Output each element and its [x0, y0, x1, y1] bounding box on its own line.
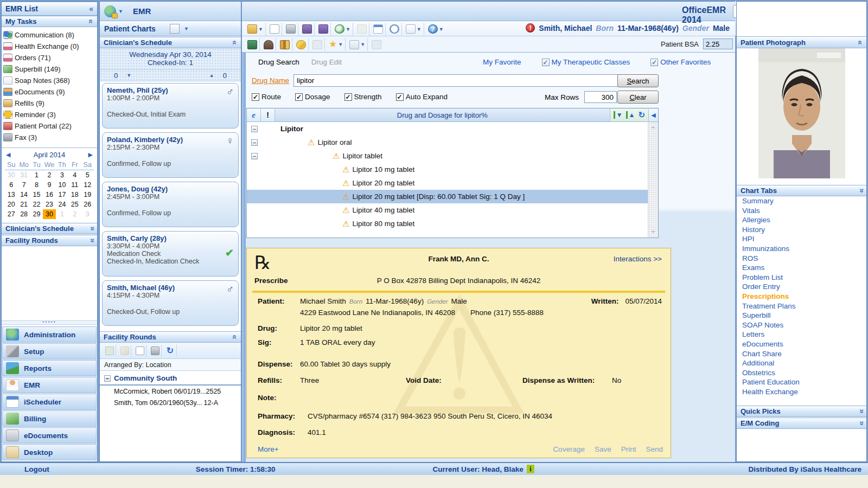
task-soap-notes[interactable]: Soap Notes (368) — [3, 75, 96, 86]
patient-alert-icon[interactable]: ! — [526, 23, 535, 33]
calendar-day[interactable]: 3 — [81, 209, 94, 219]
calendar-next-icon[interactable]: ▶ — [88, 151, 93, 158]
module-dropdown-icon[interactable]: ▼ — [118, 9, 123, 14]
edit-document-button[interactable] — [118, 345, 131, 357]
calendar-day[interactable]: 6 — [5, 180, 17, 190]
patient-bsa-input[interactable] — [703, 38, 733, 49]
nav-emr[interactable]: EMR — [2, 377, 97, 393]
collapse-box-icon[interactable] — [104, 375, 111, 382]
collapse-up-icon[interactable] — [858, 38, 863, 47]
clinicians-schedule-section-header[interactable]: Clinician's Schedule — [2, 223, 97, 234]
search-button[interactable]: Search — [617, 74, 659, 87]
dosage-checkbox[interactable] — [295, 93, 303, 101]
task-fax[interactable]: Fax (3) — [3, 132, 96, 143]
route-option[interactable]: Route — [252, 93, 281, 101]
nav-administration[interactable]: Administration — [2, 326, 97, 343]
drug-name-input[interactable] — [293, 74, 619, 87]
calendar-day[interactable]: 27 — [5, 209, 17, 219]
calendar-day[interactable]: 19 — [81, 190, 94, 200]
sort-ascending-icon[interactable]: ▲ — [626, 111, 635, 119]
task-orders[interactable]: Orders (71) — [3, 52, 96, 63]
calendar-day[interactable]: 12 — [81, 180, 94, 190]
calendar-day[interactable]: 21 — [17, 200, 30, 209]
max-rows-input[interactable] — [584, 91, 617, 103]
new-document-button[interactable] — [267, 23, 282, 36]
chart-view-dropdown-icon[interactable]: ▼ — [184, 26, 189, 31]
alert-toggle-button[interactable]: ! — [261, 109, 275, 121]
collapse-up-icon[interactable] — [233, 38, 237, 47]
chart-tab-superbill[interactable]: Superbill — [737, 311, 866, 320]
print-link[interactable]: Print — [621, 445, 636, 453]
calendar-prev-icon[interactable]: ◀ — [6, 151, 10, 158]
counter-left-dropdown-icon[interactable]: ▼ — [126, 73, 131, 78]
chart-tab-treatment-plans[interactable]: Treatment Plans — [737, 301, 866, 311]
send-link[interactable]: Send — [646, 445, 663, 453]
contact-card-button[interactable]: ▼ — [404, 23, 424, 36]
my-favorite-link[interactable]: My Favorite — [483, 58, 521, 66]
calendar-day[interactable]: 10 — [56, 180, 68, 190]
save-all-button[interactable] — [316, 23, 331, 36]
collapse-box-icon[interactable] — [251, 139, 258, 146]
interactions-link[interactable]: Interactions >> — [614, 255, 662, 263]
coverage-link[interactable]: Coverage — [553, 445, 585, 453]
clinicians-schedule-header[interactable]: Clinician's Schedule — [100, 37, 241, 48]
nav-ischeduler[interactable]: iScheduler — [2, 394, 97, 410]
calendar-day[interactable]: 8 — [30, 180, 43, 190]
calendar-day[interactable]: 29 — [30, 209, 43, 219]
sidebar-splitter[interactable]: ••••• — [2, 320, 97, 325]
favorites-button[interactable]: ★▼ — [327, 38, 346, 51]
task-reminder[interactable]: Reminder (3) — [3, 109, 96, 120]
export-button[interactable] — [355, 23, 369, 36]
calendar-day[interactable]: 23 — [43, 200, 55, 209]
calendar-day[interactable]: 24 — [56, 200, 68, 209]
calendar-day[interactable]: 3 — [56, 170, 68, 181]
calendar-day[interactable]: 1 — [30, 170, 43, 181]
collapse-down-icon[interactable] — [858, 419, 863, 428]
chart-tab-prescriptions-active[interactable]: Prescriptions — [737, 292, 866, 301]
chart-tab-problem-list[interactable]: Problem List — [737, 273, 866, 282]
tree-row[interactable]: ⚠Lipitor 10 mg tablet — [247, 163, 658, 176]
chart-tab-obstetrics[interactable]: Obstetrics — [737, 368, 866, 378]
chart-tab-immunizations[interactable]: Immunizations — [737, 244, 866, 254]
clock-button[interactable] — [387, 23, 402, 36]
collapse-down-icon[interactable] — [89, 224, 93, 233]
chart-view-icon[interactable] — [170, 24, 180, 34]
sort-descending-icon[interactable]: ▼ — [614, 111, 623, 119]
chart-tab-edocuments[interactable]: eDocuments — [737, 339, 866, 349]
calendar-day[interactable]: 28 — [17, 209, 30, 219]
facility-rounds-header[interactable]: Facility Rounds — [100, 331, 241, 343]
strength-checkbox[interactable] — [344, 93, 352, 101]
provider-form-button[interactable]: ▼ — [347, 38, 368, 51]
calendar-day[interactable]: 17 — [56, 190, 68, 200]
calendar-day[interactable]: 30 — [5, 170, 17, 181]
facility-group-header[interactable]: Community South — [100, 371, 241, 386]
chart-disabled-button[interactable] — [310, 38, 325, 51]
appointment-card[interactable]: Smith, Carly (28y) 3:30PM - 4:00PM Medic… — [102, 231, 239, 277]
patient-message-button[interactable] — [261, 38, 276, 51]
scroll-up-icon[interactable]: ⌃ — [650, 125, 656, 133]
appointment-card[interactable]: Poland, Kimberly (42y) 2:15PM - 2:30PM C… — [102, 132, 239, 178]
appointment-card[interactable]: Jones, Doug (42y) 2:45PM - 3:00PM Confir… — [102, 182, 239, 227]
tree-row[interactable]: ⚠Lipitor 80 mg tablet — [247, 217, 658, 230]
pill-button[interactable] — [294, 38, 309, 51]
facility-patient-row[interactable]: Smith, Tom 06/20/1960(53y... 12-A — [100, 397, 241, 408]
nav-desktop[interactable]: Desktop — [2, 444, 97, 460]
calendar-day[interactable]: 25 — [68, 200, 81, 209]
collapse-up-icon[interactable] — [233, 332, 237, 342]
quick-picks-header[interactable]: Quick Picks — [737, 406, 866, 417]
sidebar-collapse-button[interactable]: « — [89, 4, 93, 13]
nav-billing[interactable]: Billing — [2, 410, 97, 427]
chart-tab-health-exchange[interactable]: Health Exchange — [737, 387, 866, 397]
therapeutic-classes-checkbox[interactable] — [542, 59, 550, 66]
calendar-day[interactable]: 18 — [68, 190, 81, 200]
chart-tab-ros[interactable]: ROS — [737, 254, 866, 264]
tab-drug-search[interactable]: Drug Search — [258, 58, 299, 66]
calendar-day[interactable]: 13 — [5, 190, 17, 200]
print-button[interactable] — [284, 23, 298, 36]
refresh-button[interactable]: ↻ — [164, 345, 177, 357]
drug-name-label[interactable]: Drug Name — [252, 76, 289, 85]
tab-drug-edit[interactable]: Drug Edit — [311, 58, 342, 66]
collapse-down-icon[interactable] — [89, 236, 93, 245]
chart-tab-summary[interactable]: Summary — [737, 196, 866, 206]
module-globe-lock-icon[interactable] — [104, 5, 116, 17]
